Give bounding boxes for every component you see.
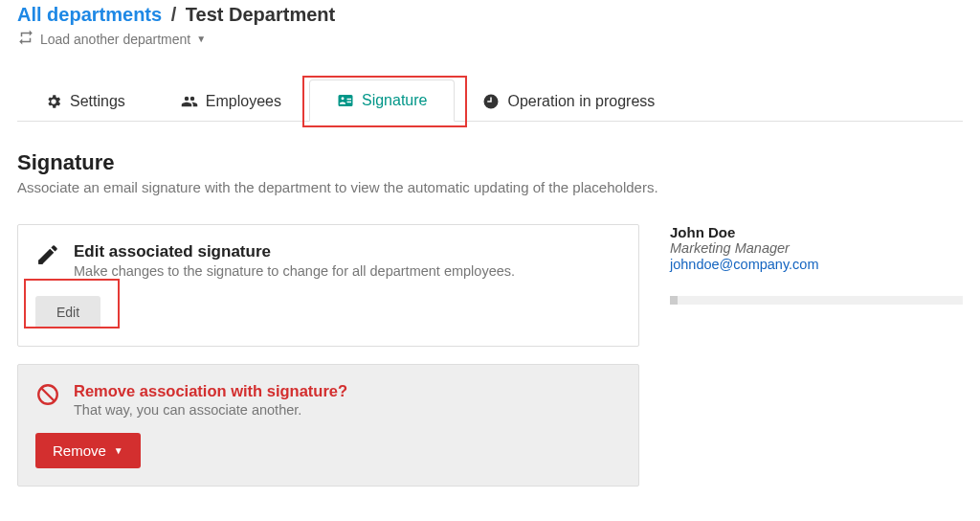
preview-title: Marketing Manager (670, 240, 963, 256)
caret-down-icon: ▼ (196, 34, 206, 44)
remove-association-card: Remove association with signature? That … (17, 364, 639, 487)
tab-employees-label: Employees (206, 93, 281, 110)
edit-card-title: Edit associated signature (74, 242, 515, 261)
tabs: Settings Employees Signature Operation i… (17, 79, 963, 122)
breadcrumb-current: Test Department (186, 4, 335, 25)
tab-operation-label: Operation in progress (507, 93, 655, 110)
ban-icon (35, 382, 60, 411)
remove-button-label: Remove (53, 442, 106, 459)
tab-settings[interactable]: Settings (17, 79, 153, 122)
preview-scrollbar[interactable] (670, 296, 963, 305)
preview-name: John Doe (670, 224, 963, 240)
preview-email[interactable]: johndoe@company.com (670, 257, 819, 272)
edit-icon (35, 242, 60, 271)
load-another-label: Load another department (40, 32, 190, 47)
section-subtitle: Associate an email signature with the de… (17, 179, 963, 195)
edit-card-desc: Make changes to the signature to change … (74, 263, 515, 279)
clock-icon (482, 93, 500, 110)
breadcrumb-separator: / (171, 4, 177, 25)
remove-button[interactable]: Remove ▼ (35, 433, 141, 468)
remove-card-title: Remove association with signature? (74, 382, 347, 400)
remove-card-desc: That way, you can associate another. (74, 402, 347, 418)
breadcrumb-root-link[interactable]: All departments (17, 4, 162, 25)
edit-button[interactable]: Edit (35, 296, 100, 328)
section-title: Signature (17, 150, 963, 175)
load-another-department[interactable]: Load another department ▼ (17, 26, 963, 58)
tab-operation[interactable]: Operation in progress (455, 79, 682, 122)
tab-employees[interactable]: Employees (153, 79, 309, 122)
caret-down-icon: ▼ (114, 445, 123, 456)
breadcrumb: All departments / Test Department (17, 0, 963, 26)
id-card-icon (337, 92, 354, 109)
signature-preview: John Doe Marketing Manager johndoe@compa… (670, 224, 963, 305)
edit-signature-card: Edit associated signature Make changes t… (17, 224, 639, 347)
tab-signature-label: Signature (362, 92, 428, 109)
users-icon (181, 93, 198, 110)
tab-settings-label: Settings (70, 93, 125, 110)
tab-signature[interactable]: Signature (309, 79, 456, 122)
gear-icon (45, 93, 62, 110)
retweet-icon (17, 29, 34, 49)
svg-line-1 (42, 389, 55, 401)
